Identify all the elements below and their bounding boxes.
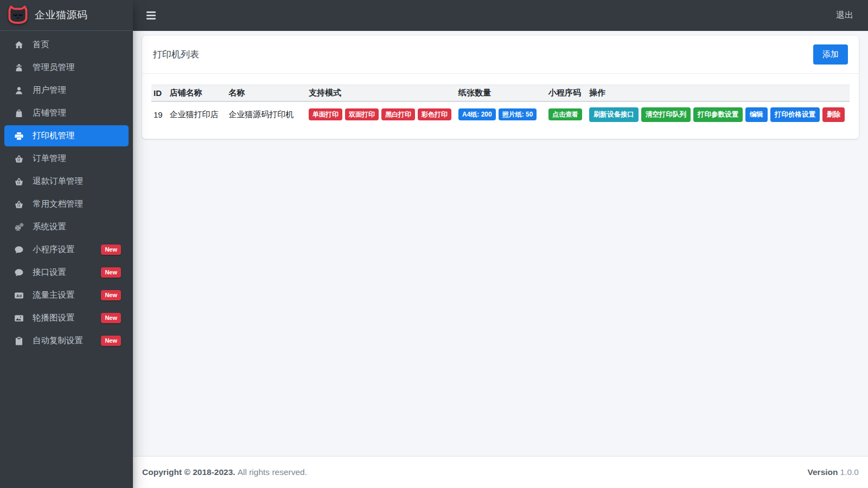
qrcode-view-badge[interactable]: 点击查看	[548, 108, 582, 120]
cell-id: 19	[151, 101, 167, 127]
sidebar-item-ad-settings[interactable]: Ad流量主设置New	[4, 285, 129, 306]
version-value: 1.0.0	[840, 467, 859, 477]
new-badge: New	[101, 267, 121, 278]
footer: Copyright © 2018-2023.All rights reserve…	[133, 456, 868, 488]
mode-badge: 单面打印	[309, 108, 342, 120]
home-icon	[12, 40, 25, 50]
sidebar-item-label: 轮播图设置	[33, 312, 75, 324]
sidebar-item-label: 订单管理	[33, 153, 66, 164]
sidebar-item-label: 流量主设置	[33, 290, 75, 301]
comment-icon	[12, 245, 25, 255]
sidebar-item-system-settings[interactable]: 系统设置	[4, 216, 129, 237]
cell-paper: A4纸: 200照片纸: 50	[456, 101, 546, 127]
page-title: 打印机列表	[153, 48, 199, 61]
table-header-row: ID店铺名称名称支持模式纸张数量小程序码操作	[151, 85, 850, 102]
clear-queue-button[interactable]: 清空打印队列	[641, 107, 691, 122]
menu-toggle-icon[interactable]	[145, 9, 157, 22]
sidebar-item-label: 退款订单管理	[33, 176, 83, 187]
ad-icon: Ad	[12, 291, 25, 300]
sidebar-item-user-manage[interactable]: 用户管理	[4, 80, 129, 101]
image-icon	[12, 313, 25, 323]
sidebar-item-label: 打印机管理	[33, 130, 75, 142]
cell-shop-name: 企业猫打印店	[167, 101, 226, 127]
copyright-text: Copyright © 2018-2023.All rights reserve…	[142, 467, 307, 477]
sidebar-item-refund-order-manage[interactable]: 退款订单管理	[4, 171, 129, 192]
sidebar-item-label: 店铺管理	[33, 107, 66, 119]
print-params-button[interactable]: 打印参数设置	[693, 107, 743, 122]
copyright-bold: Copyright © 2018-2023.	[142, 467, 235, 477]
column-header: 小程序码	[546, 85, 587, 102]
sidebar-item-auto-copy-settings[interactable]: 自动复制设置New	[4, 330, 129, 351]
basket-icon	[12, 200, 25, 209]
sidebar-item-home[interactable]: 首页	[4, 34, 129, 55]
mode-badge: 双面打印	[345, 108, 379, 120]
cat-logo-icon	[7, 4, 29, 27]
sidebar: 企业猫源码 首页管理员管理用户管理店铺管理打印机管理订单管理退款订单管理常用文档…	[0, 0, 133, 488]
comment-icon	[12, 268, 25, 278]
sidebar-item-label: 自动复制设置	[33, 335, 83, 346]
sidebar-item-label: 管理员管理	[33, 62, 75, 73]
cell-name: 企业猫源码打印机	[226, 101, 307, 127]
cogs-icon	[12, 222, 25, 232]
sidebar-item-label: 系统设置	[33, 221, 66, 233]
printer-icon	[12, 131, 25, 141]
sidebar-item-shop-manage[interactable]: 店铺管理	[4, 102, 129, 124]
column-header: 支持模式	[307, 85, 456, 102]
card-header: 打印机列表 添加	[142, 36, 859, 74]
column-header: 操作	[587, 85, 850, 102]
sidebar-item-label: 常用文档管理	[33, 198, 83, 210]
version-text: Version1.0.0	[808, 467, 859, 477]
sidebar-item-miniprogram-settings[interactable]: 小程序设置New	[4, 239, 129, 260]
content-area: 打印机列表 添加 ID店铺名称名称支持模式纸张数量小程序码操作 19企业猫打印店…	[133, 31, 868, 456]
new-badge: New	[101, 313, 121, 323]
main-column: 退出 打印机列表 添加 ID店铺名称名称支持模式纸张数量小程序码操作 19企业猫…	[133, 0, 868, 488]
card-body: ID店铺名称名称支持模式纸张数量小程序码操作 19企业猫打印店企业猫源码打印机单…	[142, 74, 859, 139]
cell-modes: 单面打印双面打印黑白打印彩色打印	[307, 101, 456, 127]
svg-text:Ad: Ad	[16, 293, 22, 298]
brand-title: 企业猫源码	[35, 8, 88, 22]
paper-count-badge: A4纸: 200	[458, 108, 496, 120]
mode-badge: 彩色打印	[418, 108, 451, 120]
mode-badge: 黑白打印	[381, 108, 415, 120]
brand[interactable]: 企业猫源码	[0, 0, 133, 31]
shop-bag-icon	[12, 108, 25, 118]
column-header: 名称	[226, 85, 307, 102]
sidebar-item-carousel-settings[interactable]: 轮播图设置New	[4, 307, 129, 329]
column-header: 纸张数量	[456, 85, 546, 102]
copyright-rest: All rights reserved.	[238, 467, 307, 477]
column-header: ID	[151, 85, 167, 102]
user-icon	[12, 86, 25, 95]
version-label: Version	[808, 467, 838, 477]
printer-table: ID店铺名称名称支持模式纸张数量小程序码操作 19企业猫打印店企业猫源码打印机单…	[151, 85, 850, 127]
paper-count-badge: 照片纸: 50	[499, 108, 537, 120]
cell-qrcode: 点击查看	[546, 101, 587, 127]
sidebar-item-order-manage[interactable]: 订单管理	[4, 148, 129, 169]
clipboard-icon	[12, 336, 25, 346]
sidebar-nav: 首页管理员管理用户管理店铺管理打印机管理订单管理退款订单管理常用文档管理系统设置…	[0, 31, 133, 356]
sidebar-item-api-settings[interactable]: 接口设置New	[4, 262, 129, 283]
cell-actions: 刷新设备接口清空打印队列打印参数设置编辑打印价格设置删除	[587, 101, 850, 127]
sidebar-item-printer-manage[interactable]: 打印机管理	[4, 125, 129, 146]
sidebar-item-common-doc-manage[interactable]: 常用文档管理	[4, 194, 129, 215]
sidebar-item-label: 用户管理	[33, 85, 66, 96]
sidebar-item-label: 小程序设置	[33, 244, 75, 255]
basket-icon	[12, 154, 25, 164]
sidebar-item-admin-manage[interactable]: 管理员管理	[4, 57, 129, 78]
price-settings-button[interactable]: 打印价格设置	[770, 107, 820, 122]
add-button[interactable]: 添加	[813, 44, 848, 65]
logout-link[interactable]: 退出	[836, 10, 853, 21]
delete-button[interactable]: 删除	[822, 107, 845, 122]
sidebar-item-label: 首页	[33, 39, 49, 50]
printer-list-card: 打印机列表 添加 ID店铺名称名称支持模式纸张数量小程序码操作 19企业猫打印店…	[142, 36, 859, 139]
refresh-device-button[interactable]: 刷新设备接口	[589, 107, 639, 122]
table-row: 19企业猫打印店企业猫源码打印机单面打印双面打印黑白打印彩色打印A4纸: 200…	[151, 101, 850, 127]
new-badge: New	[101, 245, 121, 255]
new-badge: New	[101, 290, 121, 300]
edit-button[interactable]: 编辑	[745, 107, 768, 122]
sidebar-item-label: 接口设置	[33, 267, 66, 278]
app-root: 企业猫源码 首页管理员管理用户管理店铺管理打印机管理订单管理退款订单管理常用文档…	[0, 0, 868, 488]
top-navbar: 退出	[133, 0, 868, 31]
admin-icon	[12, 63, 25, 73]
new-badge: New	[101, 336, 121, 346]
basket-icon	[12, 177, 25, 187]
